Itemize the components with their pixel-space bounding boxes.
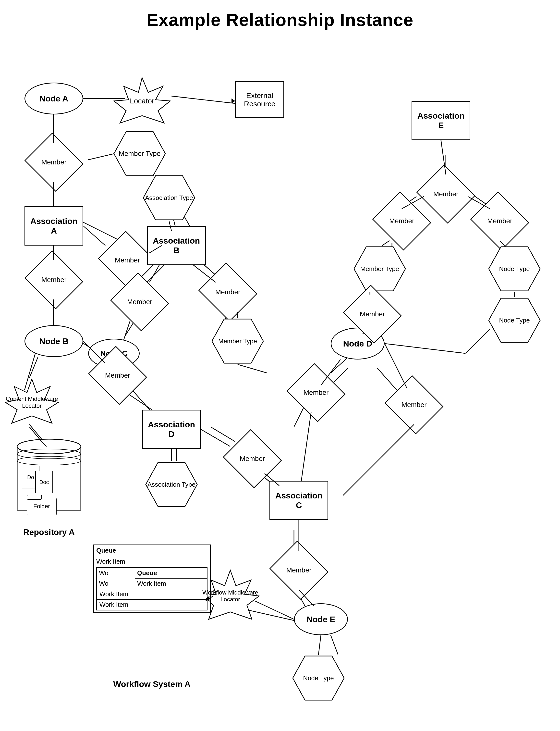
svg-line-91 xyxy=(382,241,390,245)
svg-line-1 xyxy=(171,96,235,103)
svg-point-51 xyxy=(17,439,81,454)
member-type-hex-3: Member Type xyxy=(353,245,407,292)
member-diamond-7: Member xyxy=(230,439,274,478)
svg-line-97 xyxy=(465,329,490,353)
member-diamond-5: Member xyxy=(206,272,250,312)
member-diamond-4: Member xyxy=(118,282,162,321)
member-diamond-e1: Member xyxy=(424,174,468,214)
svg-line-69 xyxy=(124,321,130,340)
node-b: Node B xyxy=(24,325,83,357)
svg-line-73 xyxy=(29,357,38,378)
svg-line-100 xyxy=(255,601,294,619)
member-diamond-9: Member xyxy=(294,373,338,412)
node-type-hex-2: Node Type xyxy=(487,297,541,343)
repository-a-label: Repository A xyxy=(15,527,83,537)
member-type-hex-2: Member Type xyxy=(211,318,265,364)
member-diamond-1: Member xyxy=(32,143,76,182)
svg-line-77 xyxy=(130,395,152,410)
svg-line-83 xyxy=(318,635,321,655)
svg-text:Doc: Doc xyxy=(39,479,49,485)
svg-line-86 xyxy=(385,343,407,388)
svg-text:Do: Do xyxy=(27,474,34,480)
svg-line-72 xyxy=(238,364,267,373)
association-e: Association E xyxy=(412,101,470,140)
association-b: Association B xyxy=(147,226,206,265)
member-diamond-e4: Member xyxy=(350,294,394,334)
svg-line-87 xyxy=(343,425,414,496)
association-d: Association D xyxy=(142,410,201,449)
member-diamond-6: Member xyxy=(96,356,140,395)
node-type-hex-1: Node Type xyxy=(487,245,541,292)
svg-rect-59 xyxy=(27,495,42,500)
member-diamond-10: Member xyxy=(392,385,436,425)
svg-line-10 xyxy=(83,222,120,241)
content-locator: Content Middleware Locator xyxy=(5,378,59,427)
svg-line-65 xyxy=(83,226,105,245)
svg-line-96 xyxy=(385,343,465,353)
svg-marker-2 xyxy=(231,98,235,103)
repository-a: Do Doc Folder xyxy=(15,432,83,521)
node-e: Node E xyxy=(294,603,348,635)
svg-line-79 xyxy=(201,429,230,447)
member-diamond-e3: Member xyxy=(478,201,522,241)
workflow-system-a: Queue Work Item Wo Queue Wo Work Item Wo… xyxy=(93,545,211,613)
page-title: Example Relationship Instance xyxy=(0,0,560,30)
svg-line-85 xyxy=(301,412,311,481)
assoc-type-hex-2: Association Type xyxy=(145,461,198,508)
association-c: Association C xyxy=(269,481,328,520)
node-a: Node A xyxy=(24,83,83,114)
member-diamond-2: Member xyxy=(32,260,76,299)
workflow-system-a-label: Workflow System A xyxy=(93,679,211,689)
node-type-hex-3: Node Type xyxy=(292,655,345,701)
member-type-hex-1: Member Type xyxy=(113,130,167,177)
external-resource: External Resource xyxy=(235,81,284,118)
assoc-type-hex-1: Association Type xyxy=(142,174,196,221)
svg-line-25 xyxy=(331,635,338,655)
association-a: Association A xyxy=(24,206,83,245)
member-diamond-e2: Member xyxy=(380,201,424,241)
locator: Locator xyxy=(113,76,171,125)
member-diamond-8: Member xyxy=(277,551,321,590)
svg-text:Folder: Folder xyxy=(33,503,50,510)
member-diamond-3: Member xyxy=(105,241,149,280)
